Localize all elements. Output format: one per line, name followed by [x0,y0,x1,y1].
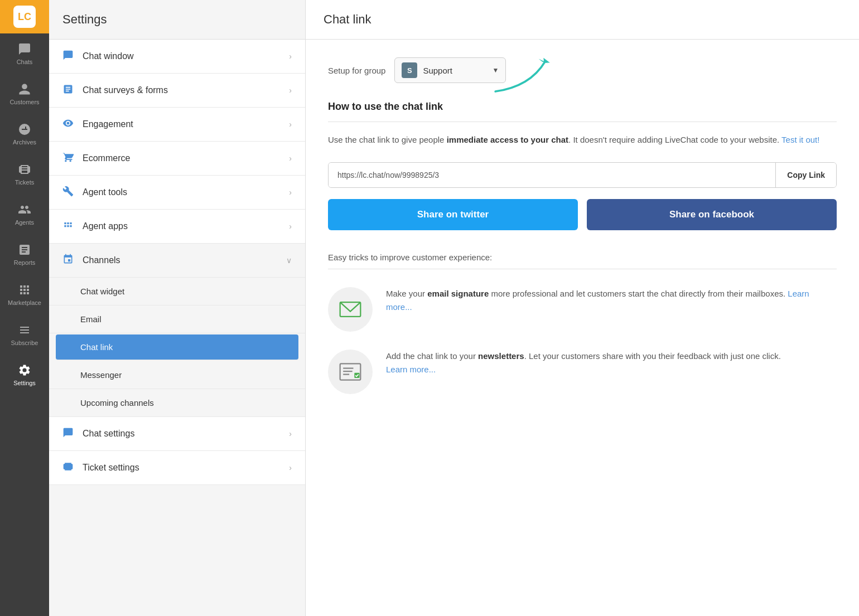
group-avatar: S [402,62,417,78]
nav-label-settings: Settings [13,380,36,386]
nav-item-agents[interactable]: Agents [0,194,49,234]
chevron-right-icon: › [289,52,292,61]
chat-settings-icon [62,427,74,440]
settings-item-chat-settings[interactable]: Chat settings › [49,417,305,451]
settings-item-chat-window[interactable]: Chat window › [49,40,305,74]
settings-title: Settings [49,0,305,40]
channel-item-label-email: Email [80,314,102,324]
copy-link-button[interactable]: Copy Link [775,163,836,187]
nav-item-reports[interactable]: Reports [0,234,49,274]
nav-item-chats[interactable]: Chats [0,33,49,74]
nav-item-tickets[interactable]: Tickets [0,154,49,194]
tricks-divider [328,269,837,269]
channels-icon [62,254,74,267]
trick-newsletter-text-before: Add the chat link to your [386,351,478,361]
nav-label-chats: Chats [17,59,33,65]
nav-item-marketplace[interactable]: Marketplace [0,274,49,314]
settings-item-ticket-settings[interactable]: Ticket settings › [49,451,305,485]
settings-item-label-chat-window: Chat window [83,51,289,61]
settings-item-agent-tools[interactable]: Agent tools › [49,176,305,210]
nav-item-subscribe[interactable]: Subscribe [0,314,49,355]
trick-email-text-after: more professional and let customers star… [489,289,788,298]
nav-label-tickets: Tickets [15,179,34,186]
nav-label-subscribe: Subscribe [11,339,38,346]
chat-url: https://lc.chat/now/9998925/3 [329,163,775,187]
channel-item-label-messenger: Messenger [80,370,122,380]
nav-label-agents: Agents [15,219,34,226]
chevron-right-icon: › [289,120,292,129]
trick-newsletter-icon-wrap [328,350,373,394]
content-area: Setup for group S Support ▼ How to use t… [306,40,859,616]
teal-arrow-annotation [489,52,556,96]
settings-item-label-engagement: Engagement [83,119,289,129]
channel-item-chat-link[interactable]: Chat link [56,334,298,360]
trick-newsletter-learn-more[interactable]: Learn more... [386,365,436,374]
trick-newsletter-bold: newsletters [478,351,524,361]
channel-item-label-chat-link: Chat link [80,342,113,352]
test-link[interactable]: Test it out! [781,135,819,144]
section-divider [328,122,837,122]
surveys-icon [62,84,74,97]
link-box: https://lc.chat/now/9998925/3 Copy Link [328,162,837,188]
engagement-icon [62,118,74,131]
trick-email-icon-wrap [328,287,373,332]
nav-label-customers: Customers [9,99,39,105]
settings-item-label-chat-settings: Chat settings [83,429,289,439]
settings-item-label-agent-apps: Agent apps [83,221,289,231]
chevron-right-icon: › [289,188,292,197]
newsletter-icon [338,360,363,384]
channel-item-upcoming[interactable]: Upcoming channels [49,389,305,417]
svg-marker-1 [544,58,551,63]
channels-header[interactable]: Channels ∨ [49,244,305,278]
settings-item-ecommerce[interactable]: Ecommerce › [49,142,305,176]
settings-item-label-agent-tools: Agent tools [83,187,289,197]
settings-item-label-surveys: Chat surveys & forms [83,85,289,95]
logo-text: LC [13,6,36,28]
trick-email-bold: email signature [427,289,489,298]
chat-window-icon [62,50,74,63]
trick-email-text: Make your email signature more professio… [386,287,837,314]
nav-label-reports: Reports [14,259,36,266]
nav-item-archives[interactable]: Archives [0,114,49,154]
description-part2: . It doesn't require adding LiveChat cod… [568,135,781,144]
chevron-down-icon: ∨ [286,256,292,265]
nav-item-settings[interactable]: Settings [0,355,49,395]
email-icon [338,297,363,322]
main-content: Chat link Setup for group S Support ▼ Ho… [306,0,859,616]
group-selector-label: Setup for group [328,66,385,75]
chevron-right-icon: › [289,429,292,438]
chevron-right-icon: › [289,154,292,163]
channels-section: Channels ∨ Chat widget Email Chat link M… [49,244,305,417]
tricks-title: Easy tricks to improve customer experien… [328,253,837,262]
trick-newsletter-text-after: . Let your customers share with you thei… [524,351,783,361]
share-facebook-button[interactable]: Share on facebook [587,199,837,230]
settings-item-agent-apps[interactable]: Agent apps › [49,210,305,244]
channel-item-chat-widget[interactable]: Chat widget [49,278,305,305]
nav-item-customers[interactable]: Customers [0,74,49,114]
nav-label-marketplace: Marketplace [8,299,41,306]
section-title: How to use the chat link [328,101,837,113]
settings-item-label-ecommerce: Ecommerce [83,153,289,163]
navigation-bar: LC Chats Customers Archives Tickets Agen… [0,0,49,616]
trick-newsletter-text: Add the chat link to your newsletters. L… [386,350,783,376]
group-name: Support [423,66,486,75]
settings-item-label-ticket-settings: Ticket settings [83,463,289,473]
settings-item-surveys[interactable]: Chat surveys & forms › [49,74,305,108]
agent-tools-icon [62,186,74,199]
settings-item-engagement[interactable]: Engagement › [49,108,305,142]
channel-item-label-chat-widget: Chat widget [80,287,124,296]
page-title: Chat link [306,0,859,40]
ticket-settings-icon [62,461,74,474]
logo[interactable]: LC [0,0,49,33]
share-twitter-button[interactable]: Share on twitter [328,199,578,230]
share-buttons: Share on twitter Share on facebook [328,199,837,230]
channel-item-email[interactable]: Email [49,305,305,333]
nav-label-archives: Archives [13,139,36,145]
chevron-right-icon: › [289,222,292,231]
trick-item-newsletter: Add the chat link to your newsletters. L… [328,350,837,394]
trick-email-text-before: Make your [386,289,427,298]
channel-item-messenger[interactable]: Messenger [49,361,305,389]
trick-item-email: Make your email signature more professio… [328,287,837,332]
description-part1: Use the chat link to give people [328,135,447,144]
description-bold: immediate access to your chat [447,135,568,144]
